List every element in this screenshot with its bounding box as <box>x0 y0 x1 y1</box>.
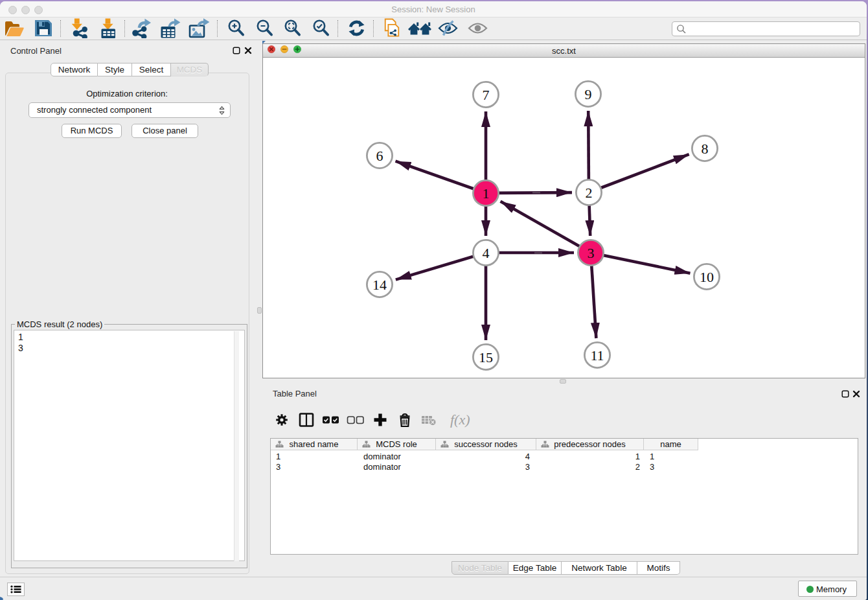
svg-text:15: 15 <box>479 349 493 365</box>
svg-text:4: 4 <box>483 245 490 261</box>
svg-text:8: 8 <box>702 141 709 157</box>
svg-text:f(x): f(x) <box>450 412 470 428</box>
svg-text:10: 10 <box>700 269 714 285</box>
svg-text:6: 6 <box>376 148 383 164</box>
svg-text:2: 2 <box>586 185 593 201</box>
svg-text:3: 3 <box>588 245 595 261</box>
svg-text:1: 1 <box>483 185 490 202</box>
svg-text:9: 9 <box>585 86 592 102</box>
svg-text:11: 11 <box>590 347 604 363</box>
svg-text:14: 14 <box>372 277 387 293</box>
svg-text:7: 7 <box>483 87 490 103</box>
